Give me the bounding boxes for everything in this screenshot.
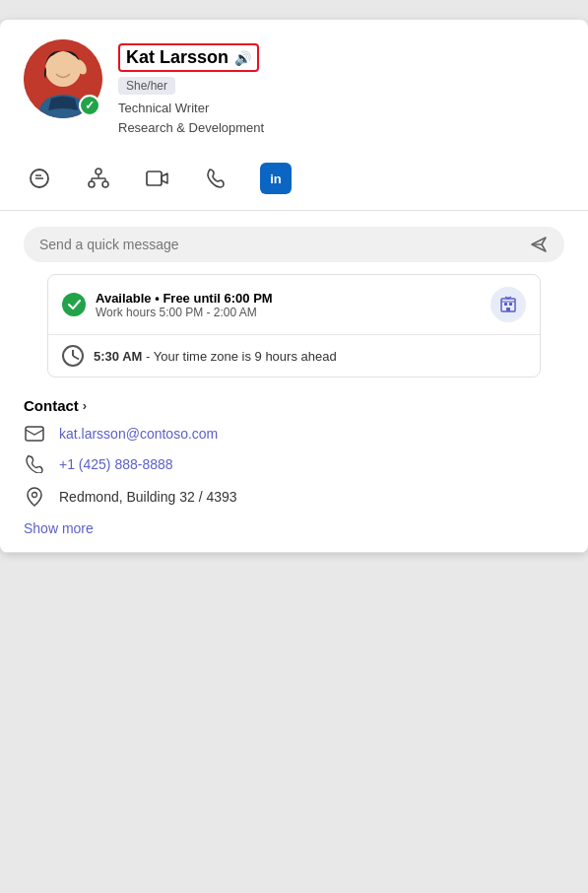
show-more-button[interactable]: Show more [24, 520, 564, 536]
svg-point-9 [102, 181, 108, 187]
email-value[interactable]: kat.larsson@contoso.com [59, 426, 218, 442]
location-item: Redmond, Building 32 / 4393 [24, 487, 564, 507]
building-button[interactable] [490, 287, 526, 322]
availability-status: Available • Free until 6:00 PM [96, 291, 490, 306]
chevron-right-icon: › [83, 398, 87, 413]
time-suffix: - Your time zone is 9 hours ahead [142, 349, 336, 364]
profile-card: ✓ Kat Larsson 🔊 She/her Technical Writer… [0, 20, 588, 553]
profile-section: ✓ Kat Larsson 🔊 She/her Technical Writer… [0, 20, 588, 153]
chat-button[interactable] [24, 163, 55, 194]
video-call-button[interactable] [142, 163, 173, 194]
availability-text: Available • Free until 6:00 PM Work hour… [96, 291, 490, 319]
org-chart-button[interactable] [83, 163, 114, 194]
svg-point-2 [45, 51, 81, 87]
job-title: Technical Writer [118, 101, 209, 115]
contact-label: Contact [24, 397, 79, 414]
available-icon [62, 293, 86, 316]
status-card: Available • Free until 6:00 PM Work hour… [47, 274, 541, 378]
svg-rect-17 [504, 303, 507, 306]
phone-call-button[interactable] [201, 163, 232, 194]
svg-rect-22 [26, 427, 43, 441]
speaker-icon[interactable]: 🔊 [234, 50, 251, 66]
avatar-wrap: ✓ [24, 39, 102, 118]
online-status-badge: ✓ [79, 95, 100, 116]
actions-row: in [0, 153, 588, 211]
profile-info: Kat Larsson 🔊 She/her Technical Writer R… [118, 39, 564, 137]
time-row: 5:30 AM - Your time zone is 9 hours ahea… [48, 335, 540, 377]
svg-rect-18 [509, 303, 512, 306]
message-input[interactable] [39, 237, 519, 252]
contact-header[interactable]: Contact › [24, 397, 564, 414]
contact-section: Contact › kat.larsson@contoso.com +1 (42… [0, 393, 588, 552]
name-row: Kat Larsson 🔊 [118, 43, 259, 72]
availability-row: Available • Free until 6:00 PM Work hour… [48, 275, 540, 335]
linkedin-icon: in [270, 172, 282, 186]
email-item: kat.larsson@contoso.com [24, 426, 564, 442]
message-row [24, 227, 564, 262]
work-hours: Work hours 5:00 PM - 2:00 AM [96, 306, 490, 319]
clock-icon [62, 345, 84, 367]
department: Research & Development [118, 120, 264, 135]
phone-item: +1 (425) 888-8888 [24, 455, 564, 473]
svg-point-23 [33, 493, 37, 498]
svg-point-7 [96, 169, 101, 174]
svg-point-8 [89, 181, 95, 187]
profile-title: Technical Writer Research & Development [118, 99, 564, 137]
svg-rect-14 [147, 172, 162, 185]
phone-value[interactable]: +1 (425) 888-8888 [59, 456, 173, 472]
bottom-divider [0, 552, 588, 553]
message-section: Available • Free until 6:00 PM Work hour… [0, 211, 588, 378]
profile-name: Kat Larsson [126, 47, 229, 68]
phone-icon [24, 455, 45, 473]
time-value: 5:30 AM [94, 349, 142, 364]
location-value: Redmond, Building 32 / 4393 [59, 489, 237, 505]
location-icon [24, 487, 45, 507]
time-text: 5:30 AM - Your time zone is 9 hours ahea… [94, 349, 337, 364]
linkedin-button[interactable]: in [260, 163, 292, 194]
svg-rect-19 [506, 308, 510, 311]
email-icon [24, 426, 45, 442]
pronouns-badge: She/her [118, 77, 175, 95]
send-button[interactable] [529, 235, 549, 254]
